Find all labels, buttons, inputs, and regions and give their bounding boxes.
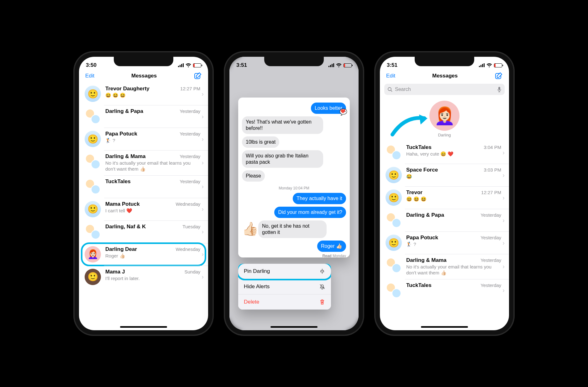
battery-icon — [193, 63, 201, 67]
notch — [264, 57, 324, 66]
chevron-right-icon: › — [501, 172, 505, 179]
conversation-row[interactable]: 🙂Trevor12:27 PM😆 😆 😆› — [380, 186, 509, 209]
pinned-label: Darling — [438, 133, 451, 137]
conversation-row[interactable]: 🙂Space Force3:03 PM😂› — [380, 164, 509, 186]
wifi-icon — [336, 63, 342, 67]
search-placeholder: Search — [395, 87, 411, 92]
menu-hide-label: Hide Alerts — [244, 284, 270, 290]
conversation-time: Yesterday — [180, 179, 200, 184]
svg-rect-5 — [328, 66, 329, 67]
menu-delete[interactable]: Delete — [238, 294, 331, 310]
conversation-preview: No it's actually your email that learns … — [105, 160, 200, 172]
avatar-memoji: 🙂 — [85, 86, 101, 102]
bell-slash-icon — [319, 284, 325, 290]
conversation-time: 3:03 PM — [484, 167, 501, 172]
nav-bar: Edit Messages — [380, 71, 509, 82]
conversation-row[interactable]: 🙂Trevor Daugherty12:27 PM😆 😆 😆› — [79, 82, 208, 105]
conversation-name: Darling & Mama — [105, 153, 145, 160]
chevron-right-icon: › — [501, 239, 505, 247]
conversation-preview-card[interactable]: Looks better 💬 ❤️ Yes! That's what we've… — [238, 98, 350, 257]
pinned-avatar-darling[interactable]: 👩🏻‍🦰 — [429, 101, 459, 131]
pinned-conversations: 👩🏻‍🦰 Darling — [380, 98, 509, 141]
conversation-preview: 🏌️ ? — [105, 138, 200, 144]
conversation-name: Mama Potuck — [105, 201, 140, 207]
svg-rect-7 — [332, 64, 333, 67]
wifi-icon — [186, 63, 191, 67]
conversation-name: Darling & Mama — [406, 257, 446, 263]
context-menu: Pin Darling Hide Alerts Delete — [238, 264, 331, 310]
msg-in: Will you also grab the Italian pasta pac… — [242, 150, 323, 168]
svg-rect-3 — [183, 63, 184, 67]
conversation-row[interactable]: 🙂Mama PotuckWednesdayI can't tell ❤️› — [79, 198, 208, 220]
thumbs-reaction: 👍🏻 — [242, 219, 258, 238]
phone-right: 3:51 Edit Messages Search 👩🏻‍🦰 Darli — [375, 52, 513, 335]
menu-hide-alerts[interactable]: Hide Alerts — [238, 279, 331, 294]
conversation-row[interactable]: 🙂Papa PotuckYesterday🏌️ ?› — [380, 231, 509, 254]
signal-icon — [479, 63, 485, 67]
msg-out: Did your mom already get it? — [274, 207, 346, 218]
avatar-photo: 🙂 — [85, 269, 101, 285]
conversation-row[interactable]: TuckTalesYesterday› — [79, 175, 208, 198]
home-indicator[interactable] — [120, 326, 167, 328]
conversation-time: Yesterday — [180, 154, 200, 159]
conversation-row[interactable]: TuckTalesYesterday› — [380, 279, 509, 302]
conversation-row[interactable]: 👩🏻‍🦰Darling DearWednesdayRoger 👍🏻› — [79, 243, 208, 266]
annotation-arrow-icon — [389, 113, 430, 138]
home-indicator[interactable] — [270, 326, 318, 328]
conversation-preview: 🏌️ ? — [406, 241, 501, 247]
notch — [114, 57, 173, 66]
conversation-time: Yesterday — [180, 109, 200, 114]
battery-icon — [494, 63, 502, 67]
search-field[interactable]: Search — [384, 84, 505, 95]
avatar-group — [85, 224, 101, 240]
conversation-row[interactable]: Darling & PapaYesterday› — [380, 209, 509, 231]
home-indicator[interactable] — [421, 326, 468, 328]
nav-bar: Edit Messages — [79, 71, 208, 82]
conversation-row[interactable]: TuckTales3:04 PMHaha, very cute 😄 ❤️› — [380, 141, 509, 164]
conversation-name: Trevor Daugherty — [105, 86, 150, 92]
compose-button[interactable] — [194, 72, 202, 80]
conversation-row[interactable]: Darling & MamaYesterdayNo it's actually … — [380, 254, 509, 279]
conversation-preview: 😆 😆 😆 — [406, 196, 501, 202]
nav-title: Messages — [131, 73, 157, 79]
conversation-name: Mama J — [105, 269, 125, 275]
conversation-time: Yesterday — [180, 131, 200, 136]
conversation-time: Yesterday — [480, 235, 501, 240]
avatar-memoji: 🙂 — [386, 167, 402, 183]
chevron-right-icon: › — [200, 251, 204, 258]
conversation-row[interactable]: 🙂Papa PotuckYesterday🏌️ ?› — [79, 128, 208, 150]
conversations-list[interactable]: TuckTales3:04 PMHaha, very cute 😄 ❤️›🙂Sp… — [380, 141, 509, 302]
menu-pin[interactable]: Pin Darling — [238, 264, 331, 279]
signal-icon — [328, 63, 334, 67]
svg-rect-9 — [479, 66, 480, 67]
notch — [415, 57, 474, 66]
conversation-row[interactable]: 🙂Mama JSundayI'll report in later.› — [79, 266, 208, 288]
conversations-list[interactable]: 🙂Trevor Daugherty12:27 PM😆 😆 😆›Darling &… — [79, 82, 208, 288]
mic-icon[interactable] — [497, 87, 501, 92]
compose-button[interactable] — [495, 72, 503, 80]
conversation-preview: Roger 👍🏻 — [105, 253, 200, 259]
conversation-name: Space Force — [406, 167, 438, 173]
svg-rect-11 — [482, 64, 483, 67]
screen-context-menu: 3:51 Looks better 💬 ❤️ Yes! That's what … — [229, 57, 359, 330]
phone-left: 3:50 Edit Messages 🙂Trevor Daugherty12:2… — [75, 52, 213, 335]
conversation-row[interactable]: Darling & PapaYesterday› — [79, 105, 208, 128]
conversation-preview: No it's actually your email that learns … — [406, 264, 501, 276]
edit-button[interactable]: Edit — [85, 73, 94, 79]
conversation-time: Yesterday — [480, 283, 501, 288]
conversation-name: TuckTales — [406, 282, 432, 289]
avatar-memoji: 🙂 — [85, 201, 101, 217]
chevron-right-icon: › — [501, 149, 505, 156]
conversation-preview: Haha, very cute 😄 ❤️ — [406, 151, 501, 157]
trash-icon — [319, 299, 325, 305]
chevron-right-icon: › — [200, 135, 204, 143]
conversation-time: Yesterday — [480, 257, 501, 263]
conversation-row[interactable]: Darling & MamaYesterdayNo it's actually … — [79, 150, 208, 175]
menu-delete-label: Delete — [244, 299, 259, 305]
conversation-row[interactable]: Darling, Naf & KTuesday› — [79, 220, 208, 243]
conversation-time: Tuesday — [182, 224, 200, 229]
chevron-right-icon: › — [200, 90, 204, 98]
read-receipt: Read Monday — [242, 253, 346, 257]
edit-button[interactable]: Edit — [386, 73, 395, 79]
conversation-name: TuckTales — [105, 178, 131, 185]
